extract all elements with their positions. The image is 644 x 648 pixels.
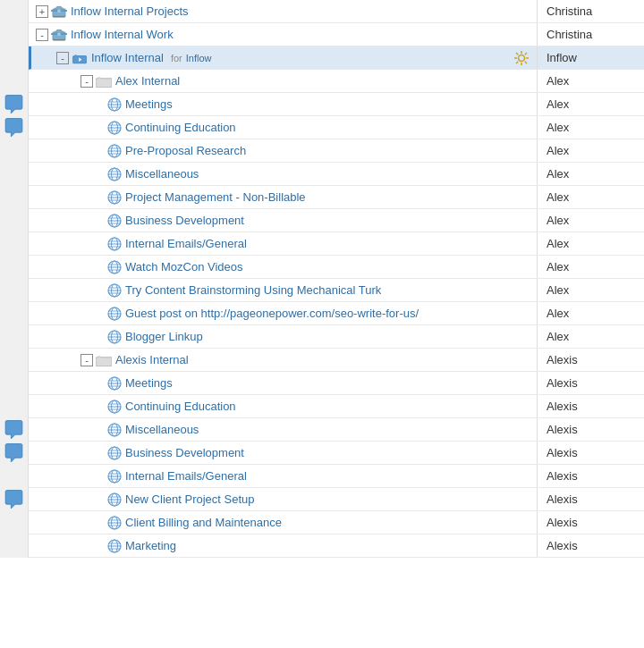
- svg-rect-6: [57, 9, 61, 13]
- left-icon-alexis-cont-edu: [0, 395, 28, 418]
- row-left-alex-guest-post: Guest post on http://pageonepower.com/se…: [29, 307, 537, 321]
- row-left-alexis-new-client: New Client Project Setup: [29, 492, 537, 507]
- folder-icon-inflow-internal-projects: [51, 5, 67, 18]
- globe-icon-alex-internal-emails: [107, 237, 122, 251]
- tree-row-alex-blogger-linkup[interactable]: Blogger LinkupAlex: [29, 325, 644, 349]
- left-icon-alex-proj-mgmt: [0, 186, 28, 209]
- left-icon-alexis-marketing: [0, 534, 28, 558]
- row-right-alex-internal-emails: Alex: [537, 232, 644, 255]
- row-left-alexis-marketing: Marketing: [29, 539, 537, 553]
- tree-row-inflow-internal[interactable]: - Inflow InternalforInflow Inflow: [29, 46, 644, 70]
- toggle-inflow-internal-projects[interactable]: +: [36, 5, 48, 18]
- toggle-inflow-internal-work[interactable]: -: [36, 29, 48, 41]
- left-icon-alexis-meetings: [0, 372, 28, 395]
- left-icon-alexis-new-client: [0, 488, 28, 511]
- row-left-alex-meetings: Meetings: [29, 97, 537, 112]
- tree-row-alex-proj-mgmt[interactable]: Project Management - Non-BillableAlex: [29, 186, 644, 209]
- row-text-alex-watch-mozcon: Watch MozCon Videos: [125, 260, 243, 274]
- globe-icon-alex-meetings: [107, 97, 122, 112]
- row-left-alex-cont-edu: Continuing Education: [29, 121, 537, 135]
- left-icon-inflow-internal-work: [0, 23, 28, 46]
- tree-row-alexis-biz-dev[interactable]: Business DevelopmentAlexis: [29, 442, 644, 465]
- row-right-alexis-biz-dev: Alexis: [537, 442, 644, 464]
- left-icon-alex-internal: [0, 70, 28, 93]
- tree-row-alex-meetings[interactable]: MeetingsAlex: [29, 93, 644, 116]
- row-right-alex-guest-post: Alex: [537, 302, 644, 324]
- globe-icon-alex-biz-dev: [107, 214, 122, 228]
- row-left-alexis-biz-dev: Business Development: [29, 446, 537, 460]
- row-left-alex-watch-mozcon: Watch MozCon Videos: [29, 260, 537, 274]
- row-right-alex-try-content: Alex: [537, 279, 644, 301]
- row-text-inflow-internal-work: Inflow Internal Work: [71, 28, 174, 41]
- row-text-alexis-cont-edu: Continuing Education: [125, 400, 236, 413]
- tree-row-alex-misc[interactable]: MiscellaneousAlex: [29, 163, 644, 186]
- left-icon-alex-pre-proposal: [0, 139, 28, 163]
- row-right-alex-cont-edu: Alex: [537, 116, 644, 139]
- left-icon-alex-try-content: [0, 279, 28, 302]
- tree-row-inflow-internal-work[interactable]: - Inflow Internal WorkChristina: [29, 23, 644, 46]
- row-right-alex-meetings: Alex: [537, 93, 644, 115]
- toggle-inflow-internal[interactable]: -: [56, 52, 69, 64]
- tree-row-alexis-client-billing[interactable]: Client Billing and MaintenanceAlexis: [29, 511, 644, 534]
- globe-icon-alex-misc: [107, 167, 122, 181]
- toggle-alexis-internal[interactable]: -: [80, 354, 93, 366]
- for-label-inflow-internal: for: [171, 53, 182, 63]
- row-right-alex-internal: Alex: [537, 70, 644, 92]
- tree-row-alex-cont-edu[interactable]: Continuing EducationAlex: [29, 116, 644, 139]
- row-left-alex-try-content: Try Content Brainstorming Using Mechanic…: [29, 283, 537, 298]
- row-right-alexis-internal: Alexis: [537, 349, 644, 371]
- row-text-alexis-biz-dev: Business Development: [125, 446, 244, 459]
- tree-row-alex-internal[interactable]: - Alex InternalAlex: [29, 70, 644, 93]
- row-text-alexis-client-billing: Client Billing and Maintenance: [125, 516, 282, 529]
- tree-row-alex-biz-dev[interactable]: Business DevelopmentAlex: [29, 209, 644, 232]
- row-left-alex-pre-proposal: Pre-Proposal Research: [29, 144, 537, 158]
- tree-row-alexis-misc[interactable]: MiscellaneousAlexis: [29, 418, 644, 442]
- globe-icon-alexis-marketing: [107, 539, 122, 553]
- row-right-alex-pre-proposal: Alex: [537, 139, 644, 162]
- tree-row-alexis-internal-emails[interactable]: Internal Emails/GeneralAlexis: [29, 465, 644, 488]
- row-left-inflow-internal-work: - Inflow Internal Work: [29, 28, 537, 41]
- svg-line-21: [516, 53, 518, 55]
- globe-icon-alex-pre-proposal: [107, 144, 122, 158]
- row-right-alex-misc: Alex: [537, 163, 644, 185]
- svg-line-24: [516, 61, 518, 63]
- gear-icon-inflow-internal[interactable]: [513, 50, 530, 66]
- row-left-alex-biz-dev: Business Development: [29, 214, 537, 228]
- tree-row-alex-watch-mozcon[interactable]: Watch MozCon VideosAlex: [29, 256, 644, 279]
- tree-row-alexis-marketing[interactable]: MarketingAlexis: [29, 534, 644, 558]
- tree-row-alexis-new-client[interactable]: New Client Project SetupAlexis: [29, 488, 644, 511]
- row-left-alex-internal-emails: Internal Emails/General: [29, 237, 537, 251]
- tree-row-alex-guest-post[interactable]: Guest post on http://pageonepower.com/se…: [29, 302, 644, 325]
- left-icon-strip: [0, 0, 29, 558]
- tree-row-alex-internal-emails[interactable]: Internal Emails/GeneralAlex: [29, 232, 644, 256]
- left-icon-alex-misc: [0, 163, 28, 186]
- globe-icon-alexis-biz-dev: [107, 446, 122, 460]
- row-text-alexis-new-client: New Client Project Setup: [125, 492, 255, 506]
- globe-icon-alex-blogger-linkup: [107, 330, 122, 344]
- tree-row-alexis-meetings[interactable]: MeetingsAlexis: [29, 372, 644, 395]
- left-icon-alexis-client-billing: [0, 511, 28, 534]
- row-right-inflow-internal-projects: Christina: [537, 0, 644, 22]
- left-icon-alexis-biz-dev: [0, 442, 28, 465]
- row-right-inflow-internal: Inflow: [537, 46, 644, 69]
- row-right-inflow-internal-work: Christina: [537, 23, 644, 46]
- row-left-alexis-meetings: Meetings: [29, 376, 537, 391]
- folder-icon-inflow-internal: [72, 52, 88, 64]
- tree-row-alex-try-content[interactable]: Try Content Brainstorming Using Mechanic…: [29, 279, 644, 302]
- toggle-alex-internal[interactable]: -: [80, 75, 93, 88]
- row-right-alexis-marketing: Alexis: [537, 534, 644, 557]
- globe-icon-alexis-internal-emails: [107, 469, 122, 484]
- row-text-alex-proj-mgmt: Project Management - Non-Billable: [125, 190, 306, 204]
- row-left-alex-proj-mgmt: Project Management - Non-Billable: [29, 190, 537, 205]
- row-left-alexis-cont-edu: Continuing Education: [29, 400, 537, 414]
- left-icon-alex-meetings: [0, 93, 28, 116]
- left-icon-alexis-internal-emails: [0, 465, 28, 488]
- tree-row-alexis-cont-edu[interactable]: Continuing EducationAlexis: [29, 395, 644, 418]
- tree-row-alex-pre-proposal[interactable]: Pre-Proposal ResearchAlex: [29, 139, 644, 163]
- tree-row-inflow-internal-projects[interactable]: + Inflow Internal ProjectsChristina: [29, 0, 644, 23]
- globe-icon-alexis-new-client: [107, 492, 122, 507]
- globe-icon-alexis-cont-edu: [107, 400, 122, 414]
- left-icon-alex-cont-edu: [0, 116, 28, 139]
- for-link-inflow-internal[interactable]: Inflow: [186, 53, 212, 63]
- tree-row-alexis-internal[interactable]: - Alexis InternalAlexis: [29, 349, 644, 372]
